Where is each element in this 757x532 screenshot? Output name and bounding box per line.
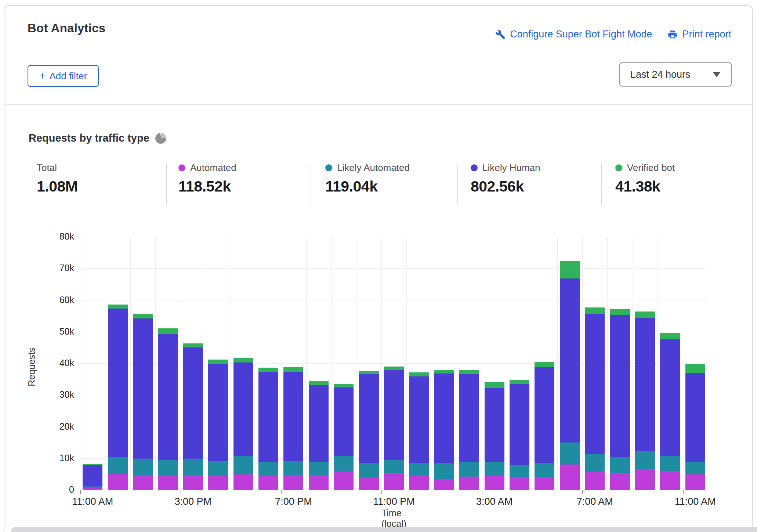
bar-segment-verified-bot[interactable] bbox=[108, 305, 128, 309]
bar-segment-verified-bot[interactable] bbox=[610, 309, 630, 315]
bar-segment-verified-bot[interactable] bbox=[283, 367, 303, 372]
stacked-bar-300pm[interactable] bbox=[183, 343, 203, 490]
bar-segment-likely-human[interactable] bbox=[83, 465, 102, 487]
bar-segment-likely-automated[interactable] bbox=[560, 442, 580, 464]
stacked-bar-400pm[interactable] bbox=[208, 360, 228, 490]
bar-segment-likely-human[interactable] bbox=[108, 309, 128, 457]
stacked-bar-400am[interactable] bbox=[510, 380, 529, 490]
stacked-bar-900am[interactable] bbox=[635, 311, 655, 490]
bar-segment-likely-automated[interactable] bbox=[309, 462, 329, 475]
stacked-bar-700pm[interactable] bbox=[283, 367, 303, 490]
bar-segment-verified-bot[interactable] bbox=[384, 367, 404, 370]
stacked-bar-200am[interactable] bbox=[459, 370, 479, 490]
stacked-bar-700am[interactable] bbox=[585, 307, 605, 490]
bar-segment-likely-automated[interactable] bbox=[660, 456, 680, 471]
bar-segment-automated[interactable] bbox=[158, 475, 178, 490]
bar-segment-verified-bot[interactable] bbox=[459, 370, 479, 374]
bar-segment-verified-bot[interactable] bbox=[334, 384, 354, 387]
bar-segment-likely-automated[interactable] bbox=[359, 463, 379, 478]
time-range-dropdown[interactable]: Last 24 hours bbox=[619, 62, 732, 87]
bar-segment-automated[interactable] bbox=[535, 477, 554, 490]
bar-segment-likely-automated[interactable] bbox=[459, 462, 479, 477]
stacked-bar-1000am[interactable] bbox=[660, 333, 680, 490]
stacked-bar-100pm[interactable] bbox=[133, 314, 153, 490]
bar-segment-likely-automated[interactable] bbox=[409, 463, 429, 475]
bar-segment-verified-bot[interactable] bbox=[233, 358, 253, 362]
bar-segment-likely-human[interactable] bbox=[283, 372, 303, 461]
bar-segment-verified-bot[interactable] bbox=[359, 371, 379, 374]
bar-segment-verified-bot[interactable] bbox=[560, 261, 580, 278]
bar-segment-likely-automated[interactable] bbox=[158, 460, 178, 475]
bar-segment-likely-human[interactable] bbox=[635, 318, 655, 451]
bar-segment-automated[interactable] bbox=[133, 475, 153, 490]
bar-segment-automated[interactable] bbox=[660, 471, 680, 490]
bar-segment-automated[interactable] bbox=[359, 478, 379, 490]
bar-segment-verified-bot[interactable] bbox=[485, 382, 504, 388]
bar-segment-automated[interactable] bbox=[610, 473, 630, 490]
bar-segment-likely-human[interactable] bbox=[384, 370, 404, 460]
bar-segment-verified-bot[interactable] bbox=[434, 370, 454, 374]
stacked-bar-900pm[interactable] bbox=[334, 384, 354, 490]
stacked-bar-800pm[interactable] bbox=[309, 381, 329, 490]
bar-segment-likely-automated[interactable] bbox=[233, 456, 253, 474]
bar-segment-verified-bot[interactable] bbox=[208, 360, 228, 364]
bar-segment-likely-human[interactable] bbox=[585, 314, 605, 454]
stat-verified-bot[interactable]: Verified bot 41.38k bbox=[615, 162, 675, 195]
bar-segment-likely-automated[interactable] bbox=[133, 459, 153, 475]
bar-segment-automated[interactable] bbox=[434, 479, 454, 490]
bar-segment-likely-automated[interactable] bbox=[585, 454, 605, 471]
bar-segment-likely-automated[interactable] bbox=[258, 462, 278, 476]
stacked-bar-300am[interactable] bbox=[485, 382, 504, 490]
bar-segment-likely-automated[interactable] bbox=[535, 463, 554, 477]
stat-automated[interactable]: Automated 118.52k bbox=[178, 162, 236, 195]
stat-likely-automated[interactable]: Likely Automated 119.04k bbox=[325, 162, 410, 195]
bar-segment-automated[interactable] bbox=[233, 474, 253, 490]
stacked-bar-1100am[interactable] bbox=[685, 364, 705, 490]
bar-segment-likely-human[interactable] bbox=[535, 367, 554, 463]
bar-segment-likely-automated[interactable] bbox=[108, 457, 128, 474]
stacked-bar-500am[interactable] bbox=[535, 362, 554, 490]
bar-segment-verified-bot[interactable] bbox=[585, 307, 605, 314]
bar-segment-likely-human[interactable] bbox=[158, 334, 178, 460]
configure-super-bot-fight-mode-link[interactable]: Configure Super Bot Fight Mode bbox=[495, 29, 652, 40]
bar-segment-automated[interactable] bbox=[258, 476, 278, 490]
bar-segment-likely-automated[interactable] bbox=[685, 462, 705, 474]
bar-segment-automated[interactable] bbox=[309, 475, 329, 490]
bar-segment-likely-automated[interactable] bbox=[183, 459, 203, 475]
bar-segment-likely-automated[interactable] bbox=[208, 461, 228, 476]
bar-segment-verified-bot[interactable] bbox=[685, 364, 705, 373]
bar-segment-likely-human[interactable] bbox=[685, 373, 705, 462]
bar-segment-likely-automated[interactable] bbox=[434, 463, 454, 479]
bar-segment-automated[interactable] bbox=[485, 476, 504, 490]
stacked-bar-600am[interactable] bbox=[560, 261, 580, 490]
stacked-bar-800am[interactable] bbox=[610, 309, 630, 490]
bar-segment-automated[interactable] bbox=[283, 475, 303, 490]
bar-segment-verified-bot[interactable] bbox=[535, 362, 554, 367]
stat-likely-human[interactable]: Likely Human 802.56k bbox=[471, 162, 540, 195]
stacked-bar-1000pm[interactable] bbox=[359, 371, 379, 490]
stacked-bar-1200pm[interactable] bbox=[108, 305, 128, 490]
bar-segment-likely-human[interactable] bbox=[660, 339, 680, 456]
bar-segment-likely-human[interactable] bbox=[258, 372, 278, 462]
bar-segment-automated[interactable] bbox=[459, 477, 479, 490]
bar-segment-likely-human[interactable] bbox=[485, 388, 504, 462]
bar-segment-likely-automated[interactable] bbox=[384, 460, 404, 473]
bar-segment-automated[interactable] bbox=[560, 464, 580, 490]
stacked-bar-600pm[interactable] bbox=[258, 368, 278, 490]
bar-segment-likely-human[interactable] bbox=[208, 364, 228, 461]
add-filter-button[interactable]: + Add filter bbox=[28, 65, 99, 87]
bar-segment-verified-bot[interactable] bbox=[660, 333, 680, 339]
bar-segment-automated[interactable] bbox=[83, 488, 102, 490]
bar-segment-automated[interactable] bbox=[183, 475, 203, 490]
bar-segment-likely-human[interactable] bbox=[434, 374, 454, 463]
bar-segment-likely-human[interactable] bbox=[133, 318, 153, 459]
bar-segment-likely-automated[interactable] bbox=[334, 456, 354, 471]
stacked-bar-1100pm[interactable] bbox=[384, 367, 404, 490]
stacked-bar-1100am[interactable] bbox=[83, 464, 102, 490]
bar-segment-automated[interactable] bbox=[334, 471, 354, 490]
bar-segment-automated[interactable] bbox=[685, 474, 705, 490]
print-report-link[interactable]: Print report bbox=[667, 29, 731, 40]
bar-segment-likely-automated[interactable] bbox=[510, 465, 529, 478]
stacked-bar-500pm[interactable] bbox=[233, 358, 253, 490]
bar-segment-likely-automated[interactable] bbox=[283, 461, 303, 475]
